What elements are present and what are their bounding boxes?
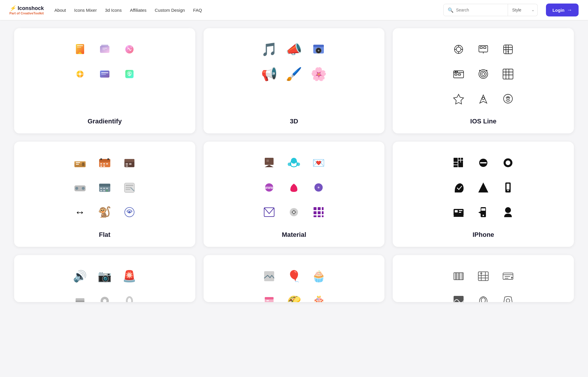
- svg-point-64: [82, 187, 85, 190]
- nav-icons-mixer[interactable]: Icons Mixer: [74, 8, 97, 13]
- svg-rect-104: [461, 158, 463, 160]
- search-input[interactable]: [456, 8, 503, 12]
- svg-point-84: [297, 162, 300, 166]
- bottom1-icon-grid: 🔊 📷 🚨: [68, 264, 141, 302]
- svg-point-35: [482, 73, 485, 76]
- svg-rect-67: [100, 188, 102, 189]
- svg-point-10: [131, 46, 132, 48]
- svg-rect-60: [129, 163, 131, 165]
- flat-icon-1: [68, 151, 92, 175]
- svg-rect-68: [103, 188, 105, 189]
- svg-rect-121: [459, 212, 461, 213]
- iphone-icon-7: [447, 200, 470, 224]
- svg-rect-141: [459, 273, 459, 279]
- style-select[interactable]: Style Flat 3D Line Gradient: [508, 4, 538, 16]
- logo[interactable]: ⚡ Iconshock Part of CreativeToolkit: [9, 5, 44, 15]
- svg-rect-7: [102, 49, 105, 50]
- nav-about[interactable]: About: [54, 8, 66, 13]
- svg-rect-99: [314, 215, 317, 217]
- svg-point-78: [128, 211, 131, 213]
- main-content: $ Gradientify 🎵 📣: [0, 20, 588, 316]
- search-icon: 🔍: [448, 7, 454, 13]
- ios-line-title: IOS Line: [470, 118, 497, 125]
- card-bottom-2[interactable]: 🎈 🧁 🌮 🎂: [204, 255, 385, 302]
- card-3d[interactable]: 🎵 📣 📢 🖌️ 🌸 3D: [204, 28, 385, 133]
- login-arrow-icon: →: [567, 7, 572, 13]
- search-box: 🔍: [443, 4, 508, 16]
- 3d-icon-8: [282, 87, 306, 110]
- svg-marker-147: [511, 277, 513, 279]
- card-bottom-3[interactable]: [393, 255, 574, 302]
- svg-rect-53: [103, 163, 105, 165]
- grad-icon-3: [118, 38, 141, 61]
- grad-icon-5: [93, 62, 116, 86]
- mat-icon-4: WWW: [257, 176, 281, 199]
- card-gradientify[interactable]: $ Gradientify: [14, 28, 195, 133]
- 3d-icon-2: 📣: [282, 38, 306, 61]
- svg-rect-20: [313, 45, 324, 47]
- svg-rect-138: [454, 273, 455, 279]
- 3d-icon-grid: 🎵 📣 📢 🖌️ 🌸: [257, 38, 330, 110]
- card-material[interactable]: 💌 WWW: [204, 142, 385, 247]
- flat-icon-9: [118, 200, 141, 224]
- card-flat[interactable]: $ ↔️ 🐒: [14, 142, 195, 247]
- nav-affiliates[interactable]: Affiliates: [130, 8, 146, 13]
- svg-rect-106: [461, 160, 463, 162]
- svg-rect-107: [454, 162, 458, 165]
- 3d-icon-6: 🌸: [307, 62, 330, 86]
- b1-icon-4: [68, 289, 92, 302]
- card-iphone[interactable]: IPhone: [393, 142, 574, 247]
- iphone-icon-grid: [447, 151, 520, 224]
- svg-rect-50: [100, 158, 102, 160]
- b3-icon-5: [472, 289, 495, 302]
- svg-rect-34: [458, 74, 461, 75]
- b2-icon-3: 🧁: [307, 264, 330, 288]
- svg-point-24: [456, 47, 461, 52]
- svg-rect-109: [458, 162, 463, 167]
- style-select-wrap: Style Flat 3D Line Gradient: [508, 4, 538, 16]
- svg-rect-52: [100, 163, 102, 165]
- 3d-title: 3D: [290, 118, 298, 125]
- svg-rect-66: [99, 184, 110, 187]
- b3-icon-3: [496, 264, 520, 288]
- nav-3d-icons[interactable]: 3d Icons: [105, 8, 122, 13]
- svg-rect-139: [456, 273, 457, 279]
- ios-icon-6: [496, 62, 520, 86]
- b3-icon-4: [447, 289, 470, 302]
- nav-custom-design[interactable]: Custom Design: [155, 8, 185, 13]
- b1-icon-6: [118, 289, 141, 302]
- svg-point-125: [483, 215, 484, 216]
- iphone-icon-9: [496, 200, 520, 224]
- grad-icon-1: [68, 38, 92, 61]
- 3d-icon-3: [307, 38, 330, 61]
- login-button[interactable]: Login →: [546, 4, 579, 16]
- svg-rect-47: [82, 162, 84, 166]
- svg-rect-14: [101, 72, 108, 73]
- 3d-icon-4: 📢: [257, 62, 281, 86]
- svg-point-32: [457, 71, 458, 72]
- b2-icon-2: 🎈: [282, 264, 306, 288]
- b1-icon-2: 📷: [93, 264, 116, 288]
- svg-rect-54: [106, 163, 108, 165]
- mat-icon-1: [257, 151, 281, 175]
- svg-point-38: [479, 70, 480, 71]
- svg-point-83: [288, 162, 291, 166]
- grad-icon-6: $: [118, 62, 141, 86]
- svg-rect-33: [455, 74, 457, 75]
- logo-text: Iconshock: [18, 5, 44, 11]
- svg-rect-27: [484, 47, 486, 48]
- svg-rect-96: [314, 211, 317, 214]
- svg-rect-15: [101, 74, 106, 75]
- flat-icon-5: $: [93, 176, 116, 199]
- nav-faq[interactable]: FAQ: [193, 8, 202, 13]
- b2-icon-1: [257, 264, 281, 288]
- svg-rect-97: [318, 211, 321, 214]
- svg-rect-100: [318, 215, 321, 217]
- b2-icon-4: [257, 289, 281, 302]
- card-ios-line[interactable]: 01: [393, 28, 574, 133]
- mat-icon-3: 💌: [307, 151, 330, 175]
- 3d-icon-1: 🎵: [257, 38, 281, 61]
- mat-icon-6: [307, 176, 330, 199]
- card-bottom-1[interactable]: 🔊 📷 🚨: [14, 255, 195, 302]
- iphone-icon-1: [447, 151, 470, 175]
